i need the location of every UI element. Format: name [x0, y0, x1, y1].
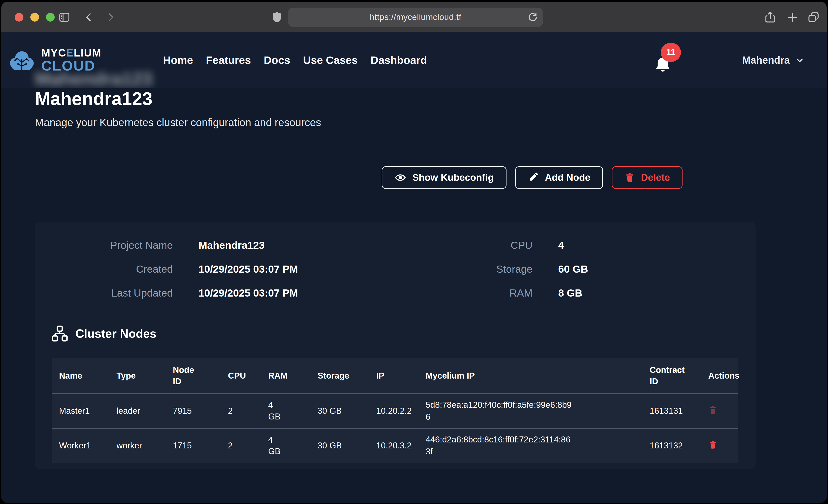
col-cpu: CPU — [221, 359, 261, 394]
mycelium-cloud-logo-icon — [8, 48, 35, 72]
user-name: Mahendra — [742, 54, 790, 66]
cluster-actions: Show Kubeconfig Add Node Delete — [382, 166, 682, 189]
notifications-button[interactable]: 11 — [653, 43, 675, 77]
cell-name: Master1 — [52, 394, 109, 428]
new-tab-icon[interactable] — [786, 2, 799, 32]
table-row-master1: Master1 leader 7915 2 4 GB 30 GB 10.20.2… — [52, 394, 738, 428]
network-nodes-icon — [51, 325, 69, 342]
cell-name: Worker1 — [52, 428, 109, 463]
cell-cpu: 2 — [221, 394, 261, 428]
col-ip: IP — [369, 359, 418, 394]
window-controls — [15, 13, 55, 22]
cluster-nodes-table: Name Type Node ID CPU RAM Storage IP Myc… — [52, 359, 738, 463]
show-kubeconfig-button[interactable]: Show Kubeconfig — [382, 166, 506, 189]
navbar-right: 11 Mahendra — [653, 43, 827, 77]
nav-link-home[interactable]: Home — [163, 54, 193, 67]
cell-storage: 30 GB — [310, 428, 369, 463]
reload-icon[interactable] — [527, 11, 539, 24]
chevron-down-icon — [795, 55, 804, 65]
sidebar-toggle-icon[interactable] — [58, 2, 71, 32]
user-menu[interactable]: Mahendra — [742, 54, 804, 66]
col-name: Name — [52, 359, 109, 394]
cell-ram: 4 GB — [261, 428, 310, 463]
delete-node-button[interactable] — [708, 405, 717, 416]
cell-node-id: 1715 — [165, 428, 221, 463]
forward-icon[interactable] — [105, 2, 116, 32]
col-node-id: Node ID — [165, 359, 221, 394]
cell-mycelium-ip: 446:d2a6:8bcd:8c16:ff0f:72e2:3114:863f — [418, 428, 642, 463]
cluster-details-card: Project Name Mahendra123 Created 10/29/2… — [35, 222, 756, 469]
info-row-project-name: Project Name Mahendra123 — [35, 239, 298, 251]
col-storage: Storage — [310, 359, 369, 394]
cluster-info-right: CPU 4 Storage 60 GB RAM 8 GB — [394, 239, 588, 311]
tab-overview-icon[interactable] — [807, 2, 820, 32]
cell-mycelium-ip: 5d8:78ea:a120:f40c:ff0f:a5fe:99e6:8b96 — [418, 394, 642, 428]
close-window-button[interactable] — [15, 13, 24, 22]
share-icon[interactable] — [764, 2, 777, 32]
trash-icon — [624, 172, 635, 183]
col-mycelium-ip: Mycelium IP — [418, 359, 642, 394]
cell-ip: 10.20.2.2 — [369, 394, 418, 428]
cluster-info-left: Project Name Mahendra123 Created 10/29/2… — [35, 239, 298, 311]
browser-toolbar: https://myceliumcloud.tf — [1, 2, 827, 32]
cell-actions — [701, 428, 738, 463]
notification-count-badge: 11 — [661, 43, 681, 62]
nav-link-features[interactable]: Features — [206, 54, 251, 67]
nav-link-docs[interactable]: Docs — [264, 54, 290, 67]
trash-icon — [708, 440, 717, 450]
col-actions: Actions — [701, 359, 738, 394]
cell-storage: 30 GB — [310, 394, 369, 428]
nav-link-dashboard[interactable]: Dashboard — [371, 54, 427, 67]
page-subtitle: Manage your Kubernetes cluster configura… — [35, 116, 321, 129]
brand-wordmark: MYCELIUM CLOUD — [41, 48, 101, 73]
cell-cpu: 2 — [221, 428, 261, 463]
info-row-created: Created 10/29/2025 03:07 PM — [35, 263, 298, 275]
table-header-row: Name Type Node ID CPU RAM Storage IP Myc… — [52, 359, 738, 394]
delete-node-button[interactable] — [708, 440, 717, 451]
cell-actions — [701, 394, 738, 428]
table-row-worker1: Worker1 worker 1715 2 4 GB 30 GB 10.20.3… — [52, 428, 738, 463]
cell-type: leader — [109, 394, 165, 428]
add-node-button[interactable]: Add Node — [515, 166, 603, 189]
info-row-last-updated: Last Updated 10/29/2025 03:07 PM — [35, 287, 298, 299]
cluster-nodes-title: Cluster Nodes — [75, 327, 157, 340]
cell-contract-id: 1613132 — [642, 428, 701, 463]
address-bar-url: https://myceliumcloud.tf — [370, 12, 461, 22]
col-ram: RAM — [261, 359, 310, 394]
primary-nav: Home Features Docs Use Cases Dashboard — [163, 54, 427, 67]
cell-contract-id: 1613131 — [642, 394, 701, 428]
col-contract-id: Contract ID — [642, 359, 701, 394]
page-title: Mahendra123 — [35, 88, 152, 109]
info-row-cpu: CPU 4 — [394, 239, 588, 251]
minimize-window-button[interactable] — [30, 13, 39, 22]
nav-link-use-cases[interactable]: Use Cases — [303, 54, 358, 67]
trash-icon — [708, 405, 717, 415]
browser-window: https://myceliumcloud.tf — [1, 2, 827, 503]
cell-ip: 10.20.3.2 — [369, 428, 418, 463]
address-bar[interactable]: https://myceliumcloud.tf — [288, 8, 543, 27]
eye-icon — [395, 172, 406, 183]
back-icon[interactable] — [83, 2, 95, 32]
site-navbar: Mahendra123 — [1, 32, 827, 88]
info-row-storage: Storage 60 GB — [394, 263, 588, 275]
cluster-nodes-header: Cluster Nodes — [51, 325, 157, 342]
delete-cluster-button[interactable]: Delete — [612, 166, 682, 189]
info-row-ram: RAM 8 GB — [394, 287, 588, 299]
privacy-shield-icon[interactable] — [271, 2, 283, 32]
zoom-window-button[interactable] — [46, 13, 55, 22]
pencil-icon — [528, 172, 539, 183]
col-type: Type — [109, 359, 165, 394]
cell-type: worker — [109, 428, 165, 463]
cell-ram: 4 GB — [261, 394, 310, 428]
cell-node-id: 7915 — [165, 394, 221, 428]
brand-logo[interactable]: MYCELIUM CLOUD — [8, 48, 101, 73]
